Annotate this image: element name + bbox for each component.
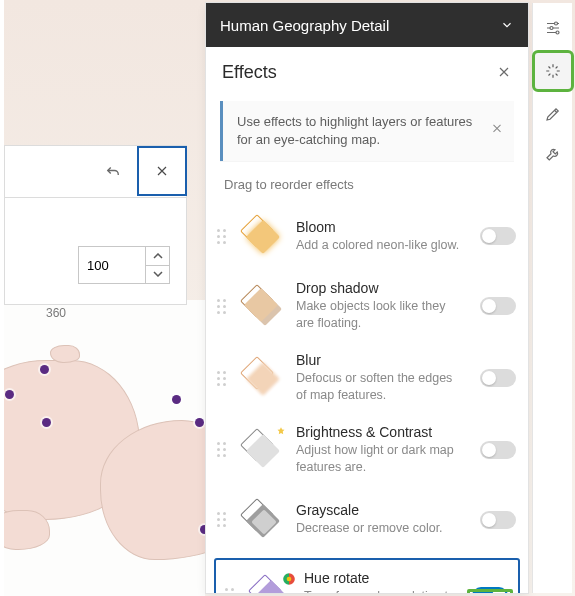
effect-row-brightness-contrast[interactable]: Brightness & Contrast Adjust how light o… [206,414,528,486]
brightness-contrast-icon [238,426,286,474]
effect-desc: Defocus or soften the edges of map featu… [296,370,464,404]
effects-panel: Human Geography Detail Effects Use effec… [206,3,528,593]
drag-handle-icon[interactable] [222,588,236,593]
blur-icon [238,354,286,402]
panel-header[interactable]: Human Geography Detail [206,3,528,47]
bloom-icon [238,212,286,260]
svg-point-4 [556,31,559,34]
effect-row-blur[interactable]: Blur Defocus or soften the edges of map … [206,342,528,414]
svg-point-3 [550,27,553,30]
effect-name: Bloom [296,219,464,235]
drag-handle-icon[interactable] [214,442,228,457]
hue-rotate-icon [246,572,294,594]
drag-handle-icon[interactable] [214,371,228,386]
drag-handle-icon[interactable] [214,512,228,527]
stepper-up[interactable] [146,247,169,266]
effect-toggle[interactable] [480,369,516,387]
effect-desc: Add a colored neon-like glow. [296,237,464,254]
effect-row-hue-rotate[interactable]: Hue rotate Transform colors relative to … [214,558,520,593]
wrench-icon[interactable] [538,139,568,169]
svg-point-1 [287,576,292,581]
close-button[interactable] [137,146,187,196]
info-tip: Use effects to highlight layers or featu… [220,101,514,161]
effects-list: Bloom Add a colored neon-like glow. Drop… [206,202,528,593]
rotation-stepper[interactable] [78,246,170,284]
grayscale-icon [238,496,286,544]
drop-shadow-icon [238,282,286,330]
effect-desc: Decrease or remove color. [296,520,464,537]
effects-sparkle-icon[interactable] [535,53,571,89]
effect-row-grayscale[interactable]: Grayscale Decrease or remove color. [206,486,528,554]
stepper-down[interactable] [146,266,169,284]
effect-desc: Adjust how light or dark map features ar… [296,442,464,476]
panel-title: Human Geography Detail [220,17,389,34]
drag-handle-icon[interactable] [214,299,228,314]
pencil-icon[interactable] [538,99,568,129]
drag-hint: Drag to reorder effects [206,173,528,202]
effect-name: Brightness & Contrast [296,424,464,440]
rotation-max-label: 360 [46,306,66,320]
effect-toggle[interactable] [480,511,516,529]
rotation-control: 360 [4,145,187,305]
right-toolbar [532,3,572,593]
effect-desc: Make objects look like they are floating… [296,298,464,332]
effect-toggle[interactable] [472,587,508,594]
panel-close-button[interactable] [496,64,512,80]
tip-text: Use effects to highlight layers or featu… [237,114,472,147]
rotation-input[interactable] [78,246,146,284]
effect-name: Hue rotate [304,570,456,586]
section-title: Effects [222,62,277,83]
effect-row-drop-shadow[interactable]: Drop shadow Make objects look like they … [206,270,528,342]
drag-handle-icon[interactable] [214,229,228,244]
undo-button[interactable] [95,154,131,190]
effect-toggle[interactable] [480,227,516,245]
effect-row-bloom[interactable]: Bloom Add a colored neon-like glow. [206,202,528,270]
effect-name: Grayscale [296,502,464,518]
effect-name: Blur [296,352,464,368]
sliders-icon[interactable] [538,13,568,43]
effect-desc: Transform colors relative to one another… [304,588,456,593]
effect-toggle[interactable] [480,297,516,315]
effect-toggle[interactable] [480,441,516,459]
effect-name: Drop shadow [296,280,464,296]
tip-close-button[interactable] [490,122,504,141]
chevron-down-icon [500,18,514,32]
svg-point-2 [554,22,557,25]
